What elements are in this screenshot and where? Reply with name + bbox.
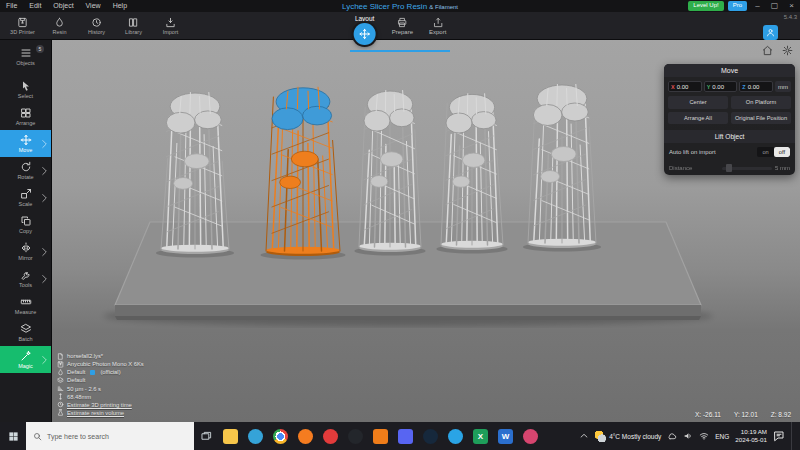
auto-lift-toggle[interactable]: on off	[757, 147, 790, 157]
tool-sidebar: 5ObjectsSelectArrangeMoveRotateScaleCopy…	[0, 40, 52, 422]
toggle-off-option[interactable]: off	[774, 147, 790, 157]
home-icon[interactable]	[762, 45, 773, 56]
viewport-3d[interactable]: Move X0.00Y0.00Z0.00mm CenterOn Platform…	[52, 40, 800, 422]
word-icon: W	[498, 429, 513, 444]
windows-taskbar: Type here to search XW 4°C Mostly cloudy…	[0, 422, 800, 450]
menu-edit[interactable]: Edit	[23, 0, 47, 12]
taskbar-app-paint[interactable]	[518, 422, 543, 450]
arrange-all-button[interactable]: Arrange All	[668, 112, 728, 125]
toolbar-item-resin[interactable]: Resin	[41, 12, 78, 39]
system-tray: 4°C Mostly cloudy ENG 10:19 AM 2024-05-0…	[579, 422, 800, 450]
taskbar-search-input[interactable]: Type here to search	[26, 422, 194, 450]
sidebar-item-arrange[interactable]: Arrange	[0, 103, 51, 130]
sidebar-item-mirror[interactable]: Mirror	[0, 238, 51, 265]
status-line-50-m-2-6-s: 50 µm - 2.6 s	[57, 385, 144, 393]
axis-input-x[interactable]: X0.00	[668, 81, 702, 92]
taskbar-app-file-explorer[interactable]	[218, 422, 243, 450]
sidebar-item-magic[interactable]: Magic	[0, 346, 51, 373]
show-desktop-button[interactable]	[791, 422, 795, 450]
clock-icon	[57, 401, 64, 408]
menu-file[interactable]: File	[0, 0, 23, 12]
unit-selector[interactable]: mm	[775, 81, 791, 92]
taskbar-app-edge[interactable]	[243, 422, 268, 450]
clock-date: 2024-05-01	[735, 436, 767, 444]
taskbar-app-vlc[interactable]	[368, 422, 393, 450]
sidebar-item-move[interactable]: Move	[0, 130, 51, 157]
obs-icon	[348, 429, 363, 444]
sidebar-item-label: Measure	[15, 309, 36, 315]
account-button[interactable]	[763, 25, 778, 40]
close-button[interactable]: ×	[785, 0, 798, 12]
wifi-icon[interactable]	[699, 431, 709, 441]
taskbar-app-excel[interactable]: X	[468, 422, 493, 450]
tab-prepare[interactable]: Prepare	[392, 14, 413, 35]
resin-icon	[57, 369, 64, 376]
status-line-estimate-resin-volume[interactable]: Estimate resin volume	[57, 409, 144, 417]
gear-icon[interactable]	[782, 45, 793, 56]
toolbar-item-label: Library	[125, 29, 142, 35]
taskbar-app-chrome[interactable]	[268, 422, 293, 450]
toggle-on-option[interactable]: on	[757, 147, 773, 157]
toolbar-item-history[interactable]: History	[78, 12, 115, 39]
minimize-button[interactable]: –	[751, 0, 764, 12]
weather-widget[interactable]: 4°C Mostly cloudy	[595, 431, 661, 442]
taskbar-app-firefox[interactable]	[293, 422, 318, 450]
axis-input-y[interactable]: Y0.00	[704, 81, 738, 92]
sidebar-item-copy[interactable]: Copy	[0, 211, 51, 238]
maximize-button[interactable]: ▢	[768, 0, 781, 12]
taskbar-app-opera[interactable]	[318, 422, 343, 450]
clock[interactable]: 10:19 AM 2024-05-01	[735, 428, 767, 444]
sidebar-item-tools[interactable]: Tools	[0, 265, 51, 292]
scale-icon	[20, 188, 32, 200]
toolbar-item-library[interactable]: Library	[115, 12, 152, 39]
volume-icon[interactable]	[683, 431, 693, 441]
distance-slider[interactable]	[722, 167, 772, 170]
sidebar-item-rotate[interactable]: Rotate	[0, 157, 51, 184]
sidebar-item-batch[interactable]: Batch	[0, 319, 51, 346]
original-file-position-button[interactable]: Original File Position	[731, 112, 791, 125]
sidebar-item-label: Rotate	[17, 174, 33, 180]
sidebar-item-scale[interactable]: Scale	[0, 184, 51, 211]
tab-layout[interactable]: Layout	[354, 14, 376, 45]
opera-icon	[323, 429, 338, 444]
start-button[interactable]	[0, 422, 26, 450]
taskbar-app-steam[interactable]	[418, 422, 443, 450]
center-button[interactable]: Center	[668, 96, 728, 109]
status-line-anycubic-photon-mono-x-6: Anycubic Photon Mono X 6Ks	[57, 360, 144, 368]
sidebar-item-objects[interactable]: 5Objects	[0, 43, 51, 70]
axis-input-z[interactable]: Z0.00	[739, 81, 773, 92]
toolbar-item-label: Resin	[52, 29, 66, 35]
toolbar-item-3d-printer[interactable]: 3D Printer	[4, 12, 41, 39]
tray-expand-icon[interactable]	[579, 431, 589, 441]
move-panel-title[interactable]: Move	[664, 64, 795, 77]
distance-row: Distance 5 mm	[664, 161, 795, 175]
language-indicator[interactable]: ENG	[715, 433, 729, 440]
chevron-right-icon	[38, 165, 50, 177]
on-platform-button[interactable]: On Platform	[731, 96, 791, 109]
onedrive-cloud-icon[interactable]	[667, 431, 677, 441]
menu-help[interactable]: Help	[107, 0, 133, 12]
task-view-button[interactable]	[194, 422, 218, 450]
taskbar-app-obs[interactable]	[343, 422, 368, 450]
taskbar-app-telegram[interactable]	[443, 422, 468, 450]
sidebar-item-label: Batch	[18, 336, 32, 342]
slider-handle[interactable]	[726, 164, 732, 172]
taskbar-app-discord[interactable]	[393, 422, 418, 450]
menu-view[interactable]: View	[80, 0, 107, 12]
chevron-right-icon	[38, 192, 50, 204]
tab-export[interactable]: Export	[429, 14, 446, 35]
taskbar-app-word[interactable]: W	[493, 422, 518, 450]
action-center-icon[interactable]	[773, 430, 785, 442]
sidebar-item-measure[interactable]: Measure	[0, 292, 51, 319]
menu-object[interactable]: Object	[47, 0, 79, 12]
toolbar-item-import[interactable]: Import	[152, 12, 189, 39]
chevron-right-icon	[38, 246, 50, 258]
sidebar-item-select[interactable]: Select	[0, 76, 51, 103]
status-text: Anycubic Photon Mono X 6Ks	[67, 360, 144, 368]
axis-value-x: 0.00	[677, 84, 689, 90]
viewport-corner-icons	[762, 45, 793, 56]
level-up-button[interactable]: Level Up!	[688, 1, 723, 11]
status-line-estimate-3d-printing-tim[interactable]: Estimate 3D printing time	[57, 401, 144, 409]
status-line-68-48mm: 68.48mm	[57, 393, 144, 401]
status-text: Default	[67, 368, 85, 376]
